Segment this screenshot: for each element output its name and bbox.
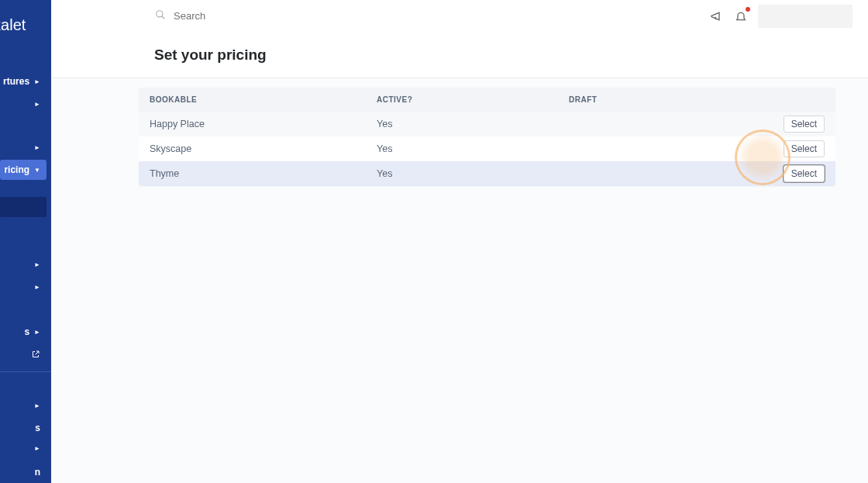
main-area: Set your pricing BOOKABLE ACTIVE? DRAFT …	[51, 0, 868, 483]
cell-active: Yes	[377, 168, 569, 179]
sidebar-item-label: n	[35, 467, 40, 478]
sidebar-item-label: rtures	[3, 76, 29, 87]
user-menu[interactable]	[758, 5, 852, 28]
sidebar-item-10[interactable]: s	[0, 418, 46, 438]
sidebar-item-7[interactable]: s►	[0, 322, 46, 342]
page-header: Set your pricing	[51, 33, 868, 78]
sidebar: okalet rtures►►►ricing▼►►s►►s►n	[0, 0, 51, 483]
external-link-icon	[31, 350, 40, 359]
sidebar-item-2[interactable]: ►	[0, 137, 46, 157]
notifications-icon[interactable]	[733, 9, 749, 24]
select-button[interactable]: Select	[784, 165, 825, 182]
pricing-table-card: BOOKABLE ACTIVE? DRAFT Happy PlaceYesSel…	[139, 88, 835, 186]
search-wrap	[155, 9, 708, 23]
cell-bookable: Skyscape	[150, 143, 377, 154]
notification-dot	[746, 7, 750, 12]
sidebar-item-1[interactable]: ►	[0, 94, 46, 114]
announcements-icon[interactable]	[708, 9, 724, 24]
chevron-icon: ▼	[34, 167, 40, 174]
chevron-icon: ►	[34, 144, 40, 151]
topbar-right	[708, 5, 852, 28]
chevron-icon: ►	[34, 402, 40, 409]
sidebar-item-11[interactable]: ►	[0, 438, 46, 458]
svg-line-1	[162, 16, 165, 19]
table-row: Happy PlaceYesSelect	[139, 112, 835, 136]
search-input[interactable]	[174, 10, 406, 22]
sidebar-item-9[interactable]: ►	[0, 395, 46, 416]
svg-point-0	[157, 10, 163, 16]
sidebar-item-3[interactable]: ricing▼	[0, 160, 46, 180]
sidebar-item-label: s	[24, 326, 29, 337]
cell-bookable: Thyme	[150, 168, 377, 179]
sidebar-item-12[interactable]: n	[0, 462, 46, 482]
sidebar-item-4[interactable]	[0, 197, 46, 217]
brand-logo: okalet	[0, 16, 26, 34]
col-header-draft: DRAFT	[569, 95, 786, 104]
sidebar-item-6[interactable]: ►	[0, 277, 46, 297]
table-row: SkyscapeYesSelect	[139, 136, 835, 161]
chevron-icon: ►	[34, 329, 40, 336]
sidebar-item-label: ricing	[4, 164, 29, 175]
sidebar-divider	[0, 371, 51, 372]
chevron-icon: ►	[34, 261, 40, 268]
chevron-icon: ►	[34, 445, 40, 452]
table-row: ThymeYesSelect	[139, 161, 835, 186]
cell-active: Yes	[377, 143, 569, 154]
cell-bookable: Happy Place	[150, 119, 377, 129]
chevron-icon: ►	[34, 78, 40, 85]
content: BOOKABLE ACTIVE? DRAFT Happy PlaceYesSel…	[51, 78, 868, 186]
col-header-bookable: BOOKABLE	[150, 95, 377, 104]
select-button[interactable]: Select	[784, 140, 825, 157]
topbar	[51, 0, 868, 33]
sidebar-item-5[interactable]: ►	[0, 254, 46, 274]
page-title: Set your pricing	[154, 47, 868, 64]
col-header-active: ACTIVE?	[377, 95, 569, 104]
chevron-icon: ►	[34, 101, 40, 108]
table-header: BOOKABLE ACTIVE? DRAFT	[139, 88, 835, 112]
select-button[interactable]: Select	[784, 116, 825, 133]
sidebar-item-0[interactable]: rtures►	[0, 71, 46, 91]
sidebar-item-8[interactable]	[0, 344, 46, 364]
search-icon	[155, 9, 166, 23]
cell-active: Yes	[377, 119, 569, 129]
chevron-icon: ►	[34, 284, 40, 291]
sidebar-item-label: s	[35, 423, 40, 433]
